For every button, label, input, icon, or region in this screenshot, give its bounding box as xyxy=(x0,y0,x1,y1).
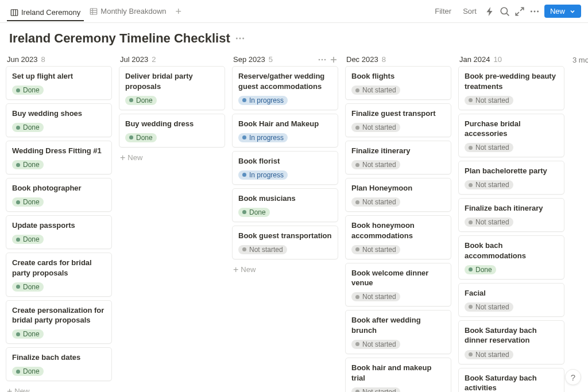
add-card-button[interactable]: +New xyxy=(119,151,225,164)
tab-ireland-ceremony[interactable]: Ireland Ceremony xyxy=(7,6,84,21)
status-badge: Not started xyxy=(351,292,400,301)
card[interactable]: Book flightsNot started xyxy=(345,66,451,100)
add-card-label: New xyxy=(241,265,256,274)
status-badge: Done xyxy=(12,282,44,292)
topbar: Ireland Ceremony Monthly Breakdown + Fil… xyxy=(0,0,588,23)
status-dot-icon xyxy=(16,88,20,92)
plus-icon: + xyxy=(233,266,238,273)
status-badge: Done xyxy=(125,96,157,105)
card[interactable]: Finalize guest transportNot started xyxy=(345,103,451,137)
card[interactable]: Book hair and makeup trialNot started xyxy=(345,358,451,392)
svg-point-15 xyxy=(319,59,320,60)
card[interactable]: Finalize bach datesDone xyxy=(6,347,112,381)
column-more-icon[interactable] xyxy=(318,55,327,64)
card[interactable]: Book Saturday bach activitiesNot started xyxy=(458,368,564,392)
card[interactable]: Book after wedding brunchNot started xyxy=(345,310,451,354)
card[interactable]: Book welcome dinner venueNot started xyxy=(345,263,451,307)
column-label: Jun 2023 xyxy=(7,55,38,64)
card[interactable]: Book musiciansDone xyxy=(232,188,338,222)
card[interactable]: Create cards for bridal party proposalsD… xyxy=(6,253,112,297)
column-header[interactable]: Jul 20232 xyxy=(119,53,225,66)
card[interactable]: Finalize bach itineraryNot started xyxy=(458,198,564,232)
status-dot-icon xyxy=(242,173,246,177)
board-column: Jul 20232Deliver bridal party proposalsD… xyxy=(119,53,225,164)
status-dot-icon xyxy=(16,370,20,374)
card[interactable]: Book pre-wedding beauty treatmentsNot st… xyxy=(458,66,564,110)
card[interactable]: Book Hair and MakeupIn progress xyxy=(232,114,338,148)
expand-icon[interactable] xyxy=(514,6,525,17)
page-more-icon[interactable] xyxy=(235,33,245,44)
card[interactable]: Create personalization for bridal party … xyxy=(6,300,112,344)
status-text: Not started xyxy=(475,181,509,189)
card[interactable]: Buy wedding dressDone xyxy=(119,114,225,148)
status-text: Not started xyxy=(249,246,283,254)
card-title: Book photographer xyxy=(12,183,106,193)
more-icon[interactable] xyxy=(529,6,540,17)
search-icon[interactable] xyxy=(500,6,510,17)
card-title: Book guest transportation xyxy=(238,231,332,241)
chevron-down-icon xyxy=(570,9,575,14)
card[interactable]: Set up flight alertDone xyxy=(6,66,112,100)
new-button[interactable]: New xyxy=(544,5,581,18)
status-text: In progress xyxy=(249,96,284,104)
status-dot-icon xyxy=(129,98,133,102)
status-text: Not started xyxy=(362,340,396,348)
card[interactable]: Book photographerDone xyxy=(6,178,112,212)
sort-button[interactable]: Sort xyxy=(459,5,480,18)
status-badge: Not started xyxy=(465,96,513,105)
more-columns-label: 3 more xyxy=(572,56,588,64)
card[interactable]: Deliver bridal party proposalsDone xyxy=(119,66,225,110)
page-title[interactable]: Ireland Ceremony Timeline Checklist xyxy=(9,31,230,46)
column-header[interactable]: Sep 20235 xyxy=(232,53,338,66)
lightning-icon[interactable] xyxy=(485,6,495,17)
status-badge: Not started xyxy=(465,218,513,227)
card-title: Book Saturday bach dinner reservation xyxy=(465,325,558,346)
plus-icon: + xyxy=(120,154,125,161)
column-label: Jul 2023 xyxy=(120,55,148,64)
card[interactable]: Update passportsDone xyxy=(6,215,112,249)
card-title: Finalize bach itinerary xyxy=(465,203,558,214)
status-dot-icon xyxy=(469,220,473,224)
tab-label: Ireland Ceremony xyxy=(21,8,80,17)
card[interactable]: Reserve/gather wedding guest accommodati… xyxy=(232,66,338,110)
help-button[interactable]: ? xyxy=(565,369,581,385)
card[interactable]: Book Saturday bach dinner reservationNot… xyxy=(458,320,564,364)
card-title: Book Saturday bach activities xyxy=(465,373,558,392)
add-view-button[interactable]: + xyxy=(172,6,185,17)
status-dot-icon xyxy=(16,238,20,242)
card[interactable]: Book floristIn progress xyxy=(232,151,338,185)
add-card-label: New xyxy=(14,387,29,392)
column-header[interactable]: Jan 202410 xyxy=(458,53,564,66)
card-title: Plan bachelorette party xyxy=(465,166,558,176)
tab-monthly-breakdown[interactable]: Monthly Breakdown xyxy=(86,5,169,18)
column-header[interactable]: Jun 20238 xyxy=(6,53,112,66)
status-text: Not started xyxy=(362,293,396,301)
status-text: Not started xyxy=(475,218,509,226)
card[interactable]: Buy wedding shoesDone xyxy=(6,103,112,137)
column-count: 2 xyxy=(152,55,156,64)
card[interactable]: Plan HoneymoonNot started xyxy=(345,178,451,212)
card[interactable]: Book honeymoon accommodationsNot started xyxy=(345,215,451,259)
column-add-icon[interactable] xyxy=(329,55,338,64)
board-column: Jun 20238Set up flight alertDoneBuy wedd… xyxy=(6,53,112,392)
status-text: Done xyxy=(23,235,40,243)
column-count: 10 xyxy=(494,55,502,64)
status-dot-icon xyxy=(469,146,473,150)
card[interactable]: Wedding Dress Fitting #1Done xyxy=(6,141,112,174)
status-badge: Not started xyxy=(465,180,513,189)
svg-point-16 xyxy=(322,59,323,60)
card[interactable]: Purchase bridal accessoriesNot started xyxy=(458,114,564,158)
status-text: Done xyxy=(23,161,40,169)
column-header[interactable]: Dec 20238 xyxy=(345,53,451,66)
card[interactable]: Book guest transportationNot started xyxy=(232,226,338,259)
more-columns-button[interactable]: 3 more xyxy=(571,53,588,67)
add-card-button[interactable]: +New xyxy=(232,263,338,276)
add-card-button[interactable]: +New xyxy=(6,385,112,392)
card[interactable]: Plan bachelorette partyNot started xyxy=(458,161,564,195)
status-text: Done xyxy=(23,198,40,206)
card[interactable]: FacialNot started xyxy=(458,283,564,317)
svg-point-7 xyxy=(501,7,507,14)
card[interactable]: Book bach accommodationsDone xyxy=(458,235,564,280)
filter-button[interactable]: Filter xyxy=(431,5,455,18)
card[interactable]: Finalize itineraryNot started xyxy=(345,141,451,174)
